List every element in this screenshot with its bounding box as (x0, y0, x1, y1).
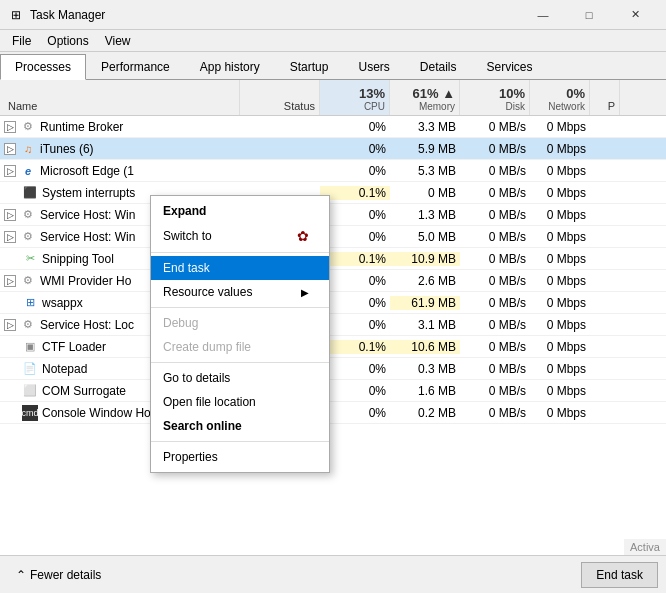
watermark-text: Activa (624, 539, 666, 555)
disk-cell: 0 MB/s (460, 296, 530, 310)
col-power[interactable]: P (590, 80, 620, 115)
cpu-cell: 0.1% (320, 186, 390, 200)
ctx-resource-values[interactable]: Resource values ▶ (151, 280, 329, 304)
col-status[interactable]: Status (240, 80, 320, 115)
table-row[interactable]: ✂ Snipping Tool 0.1% 10.9 MB 0 MB/s 0 Mb… (0, 248, 666, 270)
tab-startup[interactable]: Startup (275, 53, 344, 79)
col-cpu[interactable]: 13% CPU (320, 80, 390, 115)
fewer-details-button[interactable]: ⌃ Fewer details (8, 564, 109, 586)
close-button[interactable]: ✕ (612, 0, 658, 30)
ctx-go-to-details[interactable]: Go to details (151, 366, 329, 390)
table-row[interactable]: ⬜ COM Surrogate 0% 1.6 MB 0 MB/s 0 Mbps (0, 380, 666, 402)
cpu-cell: 0.1% (320, 252, 390, 266)
chevron-up-icon: ⌃ (16, 568, 26, 582)
table-row[interactable]: 📄 Notepad 0% 0.3 MB 0 MB/s 0 Mbps (0, 358, 666, 380)
main-content: Name Status 13% CPU 61% ▲ Memory 10% Dis… (0, 80, 666, 555)
network-cell: 0 Mbps (530, 186, 590, 200)
context-menu: Expand Switch to ✿ End task Resource val… (150, 195, 330, 473)
network-cell: 0 Mbps (530, 296, 590, 310)
process-icon: ⚙ (20, 273, 36, 289)
menu-file[interactable]: File (4, 32, 39, 50)
cpu-cell: 0% (320, 296, 390, 310)
memory-cell: 5.9 MB (390, 142, 460, 156)
process-name: ▷ e Microsoft Edge (1 (0, 163, 240, 179)
memory-cell: 5.3 MB (390, 164, 460, 178)
cpu-cell: 0% (320, 230, 390, 244)
network-cell: 0 Mbps (530, 142, 590, 156)
ctx-switch-to[interactable]: Switch to ✿ (151, 223, 329, 249)
process-list[interactable]: ▷ ⚙ Runtime Broker 0% 3.3 MB 0 MB/s 0 Mb… (0, 116, 666, 555)
network-cell: 0 Mbps (530, 120, 590, 134)
table-row[interactable]: ▷ ♫ iTunes (6) 0% 5.9 MB 0 MB/s 0 Mbps (0, 138, 666, 160)
table-row[interactable]: ⬛ System interrupts 0.1% 0 MB 0 MB/s 0 M… (0, 182, 666, 204)
expand-icon[interactable]: ▷ (4, 121, 16, 133)
memory-cell: 61.9 MB (390, 296, 460, 310)
memory-cell: 1.3 MB (390, 208, 460, 222)
tab-app-history[interactable]: App history (185, 53, 275, 79)
ctx-separator-3 (151, 362, 329, 363)
table-row[interactable]: ▷ e Microsoft Edge (1 0% 5.3 MB 0 MB/s 0… (0, 160, 666, 182)
cpu-cell: 0% (320, 362, 390, 376)
maximize-button[interactable]: □ (566, 0, 612, 30)
disk-cell: 0 MB/s (460, 274, 530, 288)
ctx-separator-4 (151, 441, 329, 442)
expand-icon[interactable]: ▷ (4, 165, 16, 177)
table-row[interactable]: ⊞ wsappx 0% 61.9 MB 0 MB/s 0 Mbps (0, 292, 666, 314)
tab-performance[interactable]: Performance (86, 53, 185, 79)
expand-icon[interactable]: ▷ (4, 209, 16, 221)
bottom-bar: ⌃ Fewer details End task (0, 555, 666, 593)
disk-cell: 0 MB/s (460, 384, 530, 398)
tab-details[interactable]: Details (405, 53, 472, 79)
process-icon: ⬜ (22, 383, 38, 399)
expand-icon[interactable]: ▷ (4, 275, 16, 287)
cpu-cell: 0% (320, 208, 390, 222)
ctx-expand[interactable]: Expand (151, 199, 329, 223)
ctx-properties[interactable]: Properties (151, 445, 329, 469)
ctx-search-online[interactable]: Search online (151, 414, 329, 438)
table-row[interactable]: cmd Console Window Host 0% 0.2 MB 0 MB/s… (0, 402, 666, 424)
disk-cell: 0 MB/s (460, 340, 530, 354)
table-row[interactable]: ▣ CTF Loader 0.1% 10.6 MB 0 MB/s 0 Mbps (0, 336, 666, 358)
table-row[interactable]: ▷ ⚙ Runtime Broker 0% 3.3 MB 0 MB/s 0 Mb… (0, 116, 666, 138)
title-bar: ⊞ Task Manager — □ ✕ (0, 0, 666, 30)
tab-services[interactable]: Services (472, 53, 548, 79)
col-name[interactable]: Name (0, 80, 240, 115)
network-cell: 0 Mbps (530, 252, 590, 266)
ctx-end-task[interactable]: End task (151, 256, 329, 280)
col-memory[interactable]: 61% ▲ Memory (390, 80, 460, 115)
minimize-button[interactable]: — (520, 0, 566, 30)
expand-icon[interactable]: ▷ (4, 319, 16, 331)
memory-cell: 0 MB (390, 186, 460, 200)
ctx-open-file-location[interactable]: Open file location (151, 390, 329, 414)
end-task-button[interactable]: End task (581, 562, 658, 588)
column-headers: Name Status 13% CPU 61% ▲ Memory 10% Dis… (0, 80, 666, 116)
col-disk[interactable]: 10% Disk (460, 80, 530, 115)
process-icon: ⚙ (20, 317, 36, 333)
expand-icon[interactable]: ▷ (4, 231, 16, 243)
window-controls: — □ ✕ (520, 0, 658, 30)
submenu-arrow-icon: ▶ (301, 287, 309, 298)
disk-cell: 0 MB/s (460, 406, 530, 420)
process-icon: ▣ (22, 339, 38, 355)
ctx-debug: Debug (151, 311, 329, 335)
col-network[interactable]: 0% Network (530, 80, 590, 115)
tab-processes[interactable]: Processes (0, 54, 86, 80)
disk-cell: 0 MB/s (460, 318, 530, 332)
network-cell: 0 Mbps (530, 230, 590, 244)
memory-cell: 10.9 MB (390, 252, 460, 266)
cpu-cell: 0% (320, 164, 390, 178)
menu-options[interactable]: Options (39, 32, 96, 50)
expand-icon[interactable]: ▷ (4, 143, 16, 155)
ctx-create-dump: Create dump file (151, 335, 329, 359)
table-row[interactable]: ▷ ⚙ WMI Provider Ho 0% 2.6 MB 0 MB/s 0 M… (0, 270, 666, 292)
tab-users[interactable]: Users (343, 53, 404, 79)
disk-cell: 0 MB/s (460, 120, 530, 134)
table-row[interactable]: ▷ ⚙ Service Host: Win 0% 5.0 MB 0 MB/s 0… (0, 226, 666, 248)
process-icon: ⚙ (20, 119, 36, 135)
table-row[interactable]: ▷ ⚙ Service Host: Loc 0% 3.1 MB 0 MB/s 0… (0, 314, 666, 336)
memory-cell: 3.1 MB (390, 318, 460, 332)
menu-view[interactable]: View (97, 32, 139, 50)
memory-cell: 2.6 MB (390, 274, 460, 288)
network-cell: 0 Mbps (530, 384, 590, 398)
table-row[interactable]: ▷ ⚙ Service Host: Win 0% 1.3 MB 0 MB/s 0… (0, 204, 666, 226)
